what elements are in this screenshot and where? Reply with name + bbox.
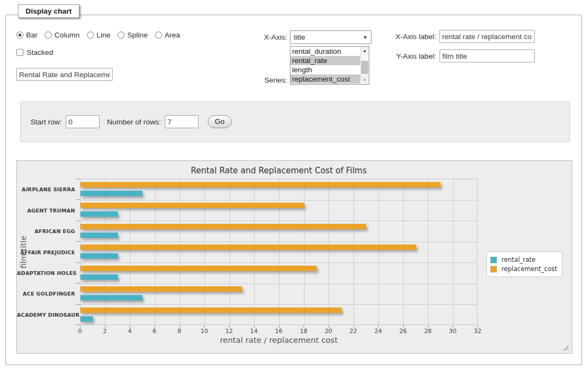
resize-handle-icon[interactable] — [562, 344, 568, 350]
gridline-x-8 — [180, 179, 180, 324]
y-tick-mark — [76, 283, 80, 284]
x-tick-label: 0 — [71, 328, 89, 335]
chart-type-option-spline[interactable]: Spline — [117, 31, 148, 39]
bar-replacement_cost-airplane-sierra — [81, 182, 441, 187]
x-axis-select[interactable]: title ▼ — [290, 30, 372, 44]
series-option-replacement_cost[interactable]: replacement_cost — [290, 74, 360, 84]
x-tick-label: 8 — [170, 328, 189, 335]
legend-label-replacement_cost: replacement_cost — [502, 265, 557, 273]
series-list-scrollbar[interactable]: ▲ ▼ — [360, 47, 369, 84]
radio-bar-icon[interactable] — [16, 32, 23, 39]
x-axis-title: rental rate / replacement cost — [80, 336, 478, 344]
bar-rental_rate-agent-truman — [81, 211, 118, 217]
bar-replacement_cost-academy-dinosaur — [81, 308, 342, 313]
gridline-band-4 — [81, 262, 477, 263]
radio-label-bar: Bar — [26, 31, 38, 39]
y-category-label: ACADEMY DINOSAUR — [17, 312, 75, 318]
legend-item-replacement_cost: replacement_cost — [490, 265, 557, 273]
radio-line-icon[interactable] — [87, 32, 94, 39]
radio-column-icon[interactable] — [45, 32, 52, 39]
bar-replacement_cost-ace-goldfinger — [81, 286, 242, 292]
x-tick-label: 18 — [294, 328, 313, 335]
gridline-x-12 — [230, 179, 230, 324]
x-tick-label: 24 — [369, 328, 387, 335]
chart-panel: Rental Rate and Replacement Cost of Film… — [16, 160, 572, 354]
chart-title: Rental Rate and Replacement Cost of Film… — [80, 166, 478, 175]
legend-swatch-replacement_cost — [490, 266, 497, 273]
radio-spline-icon[interactable] — [117, 32, 125, 39]
chart-type-option-bar[interactable]: Bar — [16, 31, 38, 39]
y-tick-mark — [76, 304, 80, 305]
gridline-x-20 — [329, 179, 329, 324]
scroll-up-icon[interactable]: ▲ — [361, 47, 369, 55]
chart-legend: rental_ratereplacement_cost — [486, 252, 562, 277]
y-tick-mark — [76, 262, 80, 263]
gridline-x-18 — [304, 179, 305, 324]
chart-title-input[interactable] — [16, 68, 113, 81]
stacked-checkbox[interactable] — [16, 49, 23, 56]
chart-type-option-area[interactable]: Area — [155, 31, 181, 39]
gridline-x-4 — [130, 179, 131, 324]
x-tick-label: 10 — [195, 328, 213, 335]
y-category-label: AIRPLANE SIERRA — [17, 186, 75, 192]
bar-replacement_cost-adaptation-holes — [81, 266, 317, 271]
gridline-band-5 — [81, 284, 477, 284]
y-category-label: AGENT TRUMAN — [17, 208, 75, 214]
radio-label-column: Column — [54, 31, 80, 39]
series-option-rental_rate[interactable]: rental_rate — [290, 56, 360, 65]
legend-swatch-rental_rate — [490, 256, 497, 264]
bar-replacement_cost-african-egg — [81, 224, 366, 229]
gridline-x-24 — [379, 179, 379, 324]
chart-type-option-line[interactable]: Line — [87, 31, 111, 39]
radio-label-area: Area — [165, 31, 181, 39]
chart-type-radio-group: BarColumnLineSplineArea — [16, 31, 180, 39]
gridline-band-6 — [81, 304, 477, 305]
x-axis-label-label: X-Axis label: — [387, 33, 436, 41]
y-tick-mark — [76, 221, 80, 221]
y-axis-label-label: Y-Axis label: — [387, 52, 436, 60]
gridline-band-1 — [81, 200, 477, 200]
x-tick-label: 30 — [443, 328, 462, 335]
gridline-x-22 — [354, 179, 354, 324]
legend-item-rental_rate: rental_rate — [490, 256, 557, 264]
x-tick-label: 6 — [145, 328, 164, 335]
x-tick-label: 22 — [344, 328, 363, 335]
stacked-checkbox-row[interactable]: Stacked — [16, 48, 53, 57]
go-button[interactable]: Go — [208, 115, 232, 128]
bar-rental_rate-affair-prejudice — [81, 253, 118, 259]
start-row-input[interactable] — [66, 115, 100, 128]
series-option-rental_duration[interactable]: rental_duration — [290, 47, 360, 56]
gridline-x-26 — [403, 179, 404, 324]
chart-type-option-column[interactable]: Column — [45, 31, 80, 39]
bar-replacement_cost-agent-truman — [81, 203, 304, 208]
scroll-down-icon[interactable]: ▼ — [361, 76, 369, 84]
x-tick-label: 14 — [245, 328, 263, 335]
gridline-x-28 — [428, 179, 429, 324]
legend-label-rental_rate: rental_rate — [502, 256, 536, 264]
x-axis-selected-value: title — [294, 33, 363, 41]
num-rows-input[interactable] — [165, 115, 199, 128]
x-tick-label: 20 — [319, 328, 338, 335]
gridline-x-16 — [279, 179, 280, 324]
stacked-label: Stacked — [27, 48, 53, 57]
x-tick-label: 16 — [270, 328, 288, 335]
chevron-down-icon: ▼ — [363, 35, 368, 40]
y-tick-mark — [76, 324, 80, 325]
bar-replacement_cost-affair-prejudice — [81, 244, 416, 250]
x-axis-label-input[interactable] — [440, 30, 535, 43]
radio-area-icon[interactable] — [155, 32, 162, 39]
bar-rental_rate-african-egg — [81, 233, 118, 238]
plot-area — [80, 179, 478, 325]
y-axis-label-input[interactable] — [440, 49, 535, 62]
y-category-label: ACE GOLDFINGER — [17, 291, 75, 297]
y-tick-mark — [76, 199, 80, 200]
bar-rental_rate-academy-dinosaur — [81, 316, 93, 322]
series-option-length[interactable]: length — [290, 65, 360, 74]
scrollbar-thumb[interactable] — [361, 61, 368, 74]
row-range-panel: Start row: Number of rows: Go — [20, 101, 570, 142]
num-rows-label: Number of rows: — [107, 118, 161, 126]
gridline-x-2 — [105, 179, 106, 324]
y-tick-mark — [76, 179, 80, 179]
series-select-label: Series: — [228, 76, 287, 84]
series-listbox[interactable]: rental_durationrental_ratelengthreplacem… — [290, 46, 369, 85]
